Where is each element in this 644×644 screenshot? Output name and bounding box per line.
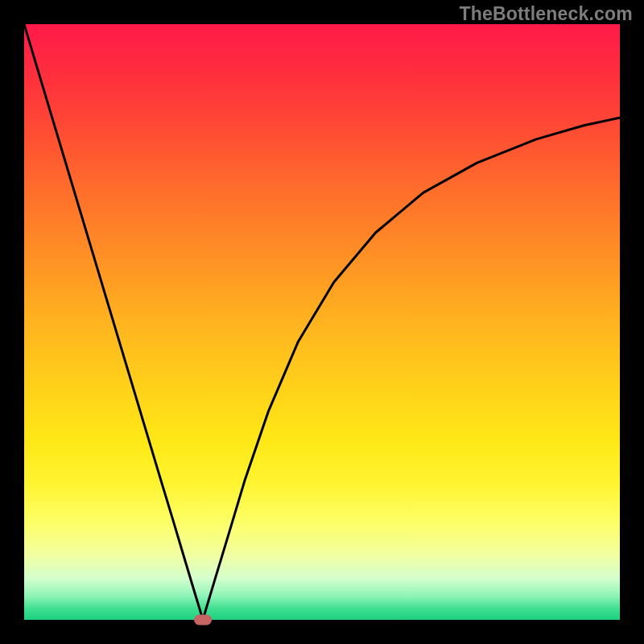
optimal-point-marker: [194, 615, 212, 625]
plot-area: [24, 24, 620, 620]
chart-frame: TheBottleneck.com: [0, 0, 644, 644]
watermark-text: TheBottleneck.com: [459, 3, 633, 25]
bottleneck-curve: [24, 24, 620, 620]
